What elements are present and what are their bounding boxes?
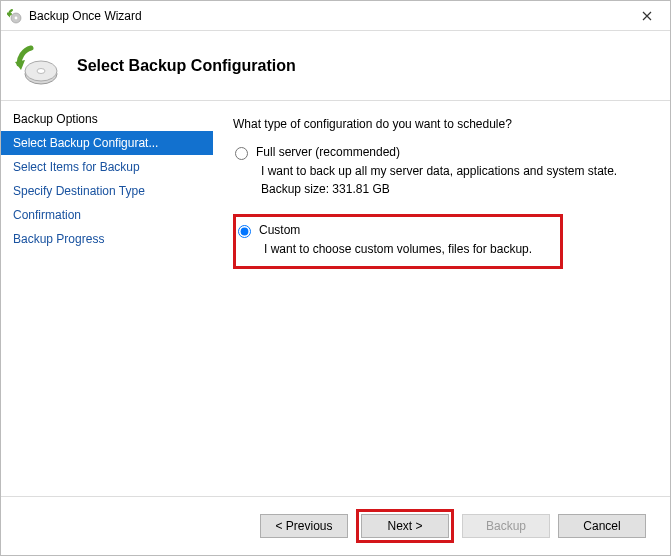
wizard-body: Backup Options Select Backup Configurat.… (1, 101, 670, 497)
step-select-backup-configuration[interactable]: Select Backup Configurat... (1, 131, 213, 155)
wizard-content: What type of configuration do you want t… (213, 101, 670, 496)
radio-custom[interactable] (238, 225, 251, 238)
highlighted-next: Next > (356, 509, 454, 543)
previous-button[interactable]: < Previous (260, 514, 348, 538)
svg-point-1 (15, 16, 18, 19)
step-backup-progress[interactable]: Backup Progress (1, 227, 213, 251)
step-confirmation[interactable]: Confirmation (1, 203, 213, 227)
option-custom-desc: I want to choose custom volumes, files f… (264, 242, 550, 256)
radio-full-server[interactable] (235, 147, 248, 160)
cancel-button[interactable]: Cancel (558, 514, 646, 538)
option-custom-label: Custom (259, 223, 300, 237)
step-backup-options[interactable]: Backup Options (1, 107, 213, 131)
wizard-footer: < Previous Next > Backup Cancel (1, 497, 670, 555)
wizard-steps-sidebar: Backup Options Select Backup Configurat.… (1, 101, 213, 496)
prompt-text: What type of configuration do you want t… (233, 117, 650, 131)
next-button[interactable]: Next > (361, 514, 449, 538)
backup-button: Backup (462, 514, 550, 538)
step-specify-destination-type[interactable]: Specify Destination Type (1, 179, 213, 203)
svg-point-5 (37, 68, 45, 73)
svg-marker-6 (15, 60, 25, 70)
app-icon (7, 8, 23, 24)
step-select-items-for-backup[interactable]: Select Items for Backup (1, 155, 213, 179)
option-full-server[interactable]: Full server (recommended) (233, 145, 650, 160)
titlebar: Backup Once Wizard (1, 1, 670, 31)
option-custom[interactable]: Custom (236, 223, 550, 238)
window-title: Backup Once Wizard (29, 9, 624, 23)
highlighted-selection: Custom I want to choose custom volumes, … (233, 214, 563, 269)
backup-icon (15, 44, 59, 88)
close-button[interactable] (624, 1, 670, 31)
option-full-server-label: Full server (recommended) (256, 145, 400, 159)
wizard-header: Select Backup Configuration (1, 31, 670, 101)
option-full-server-desc: I want to back up all my server data, ap… (261, 164, 650, 178)
option-full-server-size: Backup size: 331.81 GB (261, 182, 650, 196)
page-heading: Select Backup Configuration (77, 57, 296, 75)
